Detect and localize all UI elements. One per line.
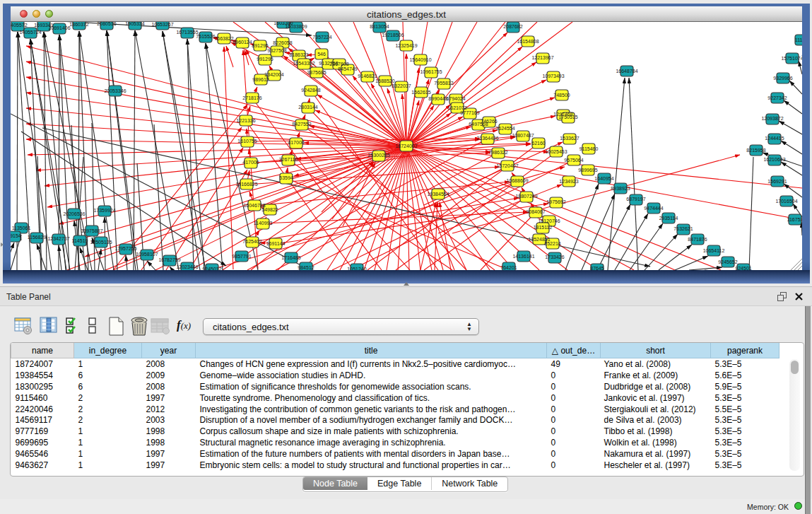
svg-text:10973493: 10973493 bbox=[542, 74, 564, 78]
svg-text:1244415: 1244415 bbox=[765, 136, 784, 141]
svg-text:17359924: 17359924 bbox=[93, 208, 115, 213]
svg-text:12093872: 12093872 bbox=[761, 116, 783, 121]
svg-text:1733426: 1733426 bbox=[545, 255, 564, 259]
svg-text:20691406: 20691406 bbox=[48, 25, 70, 30]
svg-text:1221336: 1221336 bbox=[236, 118, 255, 123]
svg-text:15751074: 15751074 bbox=[781, 56, 802, 61]
svg-text:891295: 891295 bbox=[252, 43, 268, 48]
svg-text:15720407: 15720407 bbox=[496, 163, 518, 168]
svg-text:2087682: 2087682 bbox=[503, 24, 522, 29]
svg-text:1860372: 1860372 bbox=[69, 22, 88, 27]
svg-text:2935114: 2935114 bbox=[659, 216, 678, 221]
svg-text:10958107: 10958107 bbox=[136, 252, 158, 257]
svg-text:6879197: 6879197 bbox=[626, 197, 645, 201]
svg-text:8215958: 8215958 bbox=[746, 148, 765, 153]
svg-text:1610755: 1610755 bbox=[237, 139, 257, 144]
svg-text:39154: 39154 bbox=[11, 233, 21, 238]
svg-text:1905334: 1905334 bbox=[125, 22, 144, 26]
svg-text:991295: 991295 bbox=[257, 57, 273, 62]
svg-text:748500: 748500 bbox=[553, 93, 570, 98]
svg-text:7515526: 7515526 bbox=[196, 34, 215, 39]
svg-text:2867608: 2867608 bbox=[329, 62, 348, 66]
svg-text:2803144: 2803144 bbox=[298, 105, 317, 110]
svg-text:8226058: 8226058 bbox=[273, 40, 292, 45]
svg-text:1533627: 1533627 bbox=[560, 136, 579, 141]
svg-text:1234923: 1234923 bbox=[559, 179, 578, 184]
svg-text:1640954: 1640954 bbox=[594, 176, 613, 181]
svg-text:984512: 984512 bbox=[298, 265, 314, 270]
svg-text:9084067: 9084067 bbox=[526, 209, 545, 214]
svg-text:8471876: 8471876 bbox=[688, 237, 707, 242]
svg-text:546: 546 bbox=[317, 52, 326, 57]
svg-text:1140993: 1140993 bbox=[254, 221, 273, 226]
svg-text:7986322: 7986322 bbox=[488, 150, 507, 155]
svg-text:252214: 252214 bbox=[544, 241, 560, 246]
svg-text:1562615: 1562615 bbox=[411, 90, 430, 95]
svg-text:16154808: 16154808 bbox=[517, 39, 539, 44]
svg-text:1569291: 1569291 bbox=[767, 179, 787, 184]
svg-text:8960124: 8960124 bbox=[233, 40, 252, 45]
svg-text:1716485: 1716485 bbox=[281, 255, 300, 260]
svg-text:53594: 53594 bbox=[279, 175, 293, 180]
svg-text:8454749: 8454749 bbox=[338, 66, 357, 71]
svg-text:2718176: 2718176 bbox=[242, 95, 261, 100]
svg-text:17016504: 17016504 bbox=[775, 199, 797, 204]
svg-text:12342737: 12342737 bbox=[47, 236, 69, 241]
svg-text:7955812: 7955812 bbox=[434, 81, 453, 86]
svg-text:7625402: 7625402 bbox=[242, 239, 261, 244]
svg-text:8938923: 8938923 bbox=[611, 186, 630, 191]
svg-text:417004: 417004 bbox=[288, 140, 304, 145]
svg-text:16782759: 16782759 bbox=[158, 257, 180, 262]
svg-text:16543392: 16543392 bbox=[293, 61, 314, 66]
svg-text:25300285: 25300285 bbox=[367, 153, 389, 158]
svg-text:10025453: 10025453 bbox=[545, 149, 567, 154]
svg-text:10653267: 10653267 bbox=[151, 22, 173, 27]
svg-text:116753: 116753 bbox=[787, 217, 802, 222]
svg-text:16210643: 16210643 bbox=[763, 157, 785, 162]
svg-text:10688609: 10688609 bbox=[506, 178, 528, 183]
svg-text:8990448: 8990448 bbox=[428, 96, 447, 101]
svg-text:8322037: 8322037 bbox=[392, 83, 411, 88]
svg-text:9329966: 9329966 bbox=[773, 76, 792, 81]
svg-text:417006: 417006 bbox=[242, 160, 259, 165]
svg-text:12213967: 12213967 bbox=[531, 55, 553, 60]
svg-text:9899695: 9899695 bbox=[578, 168, 597, 173]
svg-text:1135061: 1135061 bbox=[12, 226, 31, 230]
svg-text:1750515: 1750515 bbox=[558, 115, 577, 119]
svg-text:9474444: 9474444 bbox=[644, 206, 663, 211]
svg-text:14136141: 14136141 bbox=[512, 254, 534, 259]
svg-text:9242848: 9242848 bbox=[301, 88, 320, 93]
svg-text:12505135: 12505135 bbox=[90, 240, 112, 245]
svg-text:18724007: 18724007 bbox=[395, 144, 417, 148]
svg-text:9146821: 9146821 bbox=[358, 74, 377, 78]
svg-text:8813054: 8813054 bbox=[370, 24, 389, 29]
svg-text:33975887: 33975887 bbox=[81, 228, 102, 233]
svg-text:9777169: 9777169 bbox=[460, 110, 479, 115]
svg-text:21364436: 21364436 bbox=[476, 136, 498, 141]
svg-text:19218506: 19218506 bbox=[382, 33, 404, 37]
svg-text:549822: 549822 bbox=[261, 207, 278, 212]
svg-text:1691144: 1691144 bbox=[266, 241, 286, 246]
svg-text:7632621: 7632621 bbox=[673, 226, 693, 231]
svg-text:1588520: 1588520 bbox=[375, 78, 394, 83]
svg-text:6794024: 6794024 bbox=[446, 96, 465, 101]
svg-text:12325419: 12325419 bbox=[395, 43, 417, 48]
svg-text:10654112: 10654112 bbox=[703, 248, 725, 253]
svg-text:17957255: 17957255 bbox=[114, 246, 136, 251]
svg-text:3875685: 3875685 bbox=[307, 70, 326, 75]
svg-text:14055724: 14055724 bbox=[19, 30, 41, 35]
svg-text:20053346: 20053346 bbox=[104, 88, 126, 93]
svg-text:19166825: 19166825 bbox=[235, 182, 257, 187]
svg-text:16713555: 16713555 bbox=[176, 30, 198, 35]
svg-text:3267110: 3267110 bbox=[279, 157, 298, 162]
svg-text:9575064: 9575064 bbox=[564, 158, 583, 163]
svg-text:2080516: 2080516 bbox=[97, 22, 116, 26]
svg-text:18807249: 18807249 bbox=[515, 194, 537, 199]
svg-text:19384554: 19384554 bbox=[427, 192, 449, 197]
svg-text:1156829: 1156829 bbox=[28, 235, 47, 240]
svg-text:15640910: 15640910 bbox=[409, 57, 431, 62]
svg-text:3624554: 3624554 bbox=[495, 126, 514, 131]
svg-text:16648784: 16648784 bbox=[616, 69, 637, 74]
svg-text:2405572: 2405572 bbox=[11, 23, 28, 28]
svg-text:764201: 764201 bbox=[500, 265, 517, 270]
